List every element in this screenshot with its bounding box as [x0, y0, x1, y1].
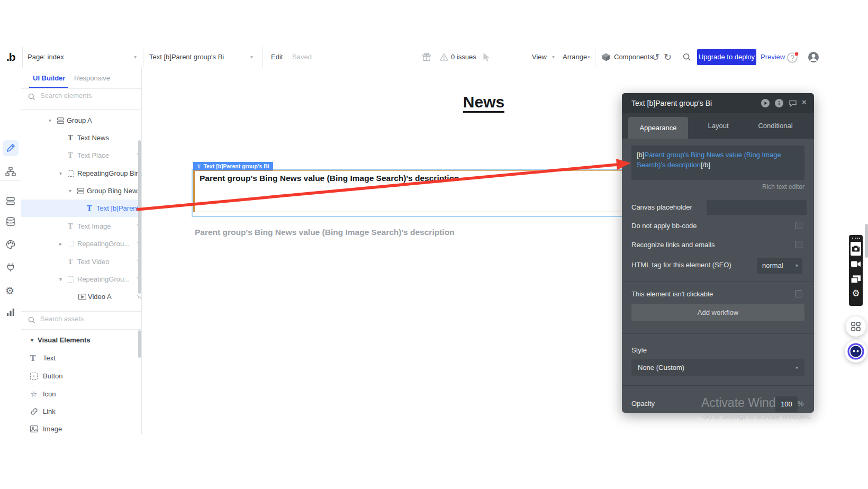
gift-icon[interactable] — [422, 52, 431, 62]
tab-conditional[interactable]: Conditional — [746, 113, 804, 139]
screenshot-tool-tile[interactable] — [851, 242, 861, 256]
close-icon[interactable]: × — [802, 97, 810, 106]
palette-item-link[interactable]: Link — [21, 403, 141, 420]
arrange-menu[interactable]: Arrange — [563, 47, 587, 68]
divider — [595, 47, 595, 68]
assistant-chat-button[interactable] — [845, 340, 867, 363]
components-button[interactable]: Components — [614, 47, 653, 68]
top-toolbar: .b Page: index ▾ Text [b]Parent group's … — [0, 47, 868, 68]
tree-item-repeatinggroup-collapsed[interactable]: ▸ RepeatingGrou... — [21, 235, 142, 252]
video-record-icon[interactable] — [851, 260, 861, 270]
assets-scrollbar[interactable] — [138, 330, 141, 358]
opacity-input[interactable] — [775, 396, 798, 412]
tree-item-repeatinggroup-video[interactable]: ▾ RepeatingGrou... — [21, 270, 142, 288]
tree-item-repeatinggroup-bing[interactable]: ▾ RepeatingGroup Bing ... — [21, 165, 142, 182]
style-dropdown[interactable]: None (Custom) ▾ — [631, 359, 804, 376]
search-icon[interactable] — [682, 52, 692, 62]
bb-code-checkbox[interactable] — [795, 222, 802, 229]
components-cube-icon[interactable] — [601, 52, 611, 62]
bubble-logo[interactable]: .b — [6, 47, 15, 68]
comment-icon[interactable] — [789, 99, 797, 107]
caret-right-icon[interactable]: ▸ — [59, 241, 68, 247]
chevron-down-icon[interactable]: ▾ — [552, 47, 555, 68]
cursor-tool-icon[interactable] — [482, 52, 491, 62]
caret-down-icon[interactable]: ▾ — [59, 276, 68, 282]
workflow-icon[interactable] — [5, 166, 16, 177]
page-selector[interactable]: Page: index — [28, 47, 64, 68]
plugins-icon[interactable] — [5, 262, 16, 273]
search-elements-input[interactable] — [39, 91, 137, 100]
divider — [21, 88, 141, 89]
page-scrollbar[interactable] — [865, 224, 868, 258]
tree-item-text-place[interactable]: T Text Place — [21, 147, 142, 164]
tree-item-text-image[interactable]: T Text Image — [21, 218, 142, 235]
database-icon[interactable] — [5, 216, 16, 227]
caret-down-icon[interactable]: ▾ — [49, 117, 57, 123]
text-element-icon: T — [197, 164, 201, 169]
canvas-placeholder-input[interactable] — [707, 200, 807, 215]
panel-header[interactable]: Text [b]Parent group's Bi × — [622, 93, 814, 113]
logs-chart-icon[interactable] — [5, 307, 16, 318]
element-selector[interactable]: Text [b]Parent group's Bi — [149, 47, 224, 68]
edit-menu[interactable]: Edit — [271, 47, 283, 68]
tree-item-video-a[interactable]: Video A — [21, 288, 142, 305]
visual-elements-header[interactable]: ▾ Visual Elements — [21, 331, 141, 349]
info-icon[interactable] — [775, 99, 783, 107]
caret-down-icon[interactable]: ▾ — [31, 337, 33, 343]
settings-gear-icon[interactable]: ⚙ — [5, 286, 16, 296]
html-tag-dropdown[interactable]: normal ▾ — [757, 258, 802, 274]
tab-ui-builder[interactable]: UI Builder — [33, 74, 65, 82]
chevron-down-icon[interactable]: ▾ — [134, 47, 137, 68]
toolbar-dots-icon[interactable] — [852, 237, 860, 240]
run-play-icon[interactable] — [761, 99, 770, 107]
selected-element-badge[interactable]: TText [b]Parent group's Bi — [193, 162, 273, 170]
styles-palette-icon[interactable] — [5, 239, 16, 250]
tree-item-text-news[interactable]: T Text News — [21, 129, 142, 147]
extensions-grid-button[interactable] — [846, 316, 866, 337]
recognize-links-checkbox[interactable] — [795, 241, 802, 248]
capture-settings-gear-icon[interactable]: ⚙ — [851, 289, 861, 298]
camera-icon — [852, 245, 860, 252]
caret-down-icon[interactable]: ▾ — [59, 170, 68, 176]
chevron-down-icon[interactable]: ▾ — [250, 47, 253, 68]
text-element-icon: T — [68, 258, 77, 266]
windows-capture-icon[interactable] — [851, 275, 861, 285]
tree-scrollbar[interactable] — [138, 140, 141, 294]
undo-icon[interactable]: ↺ — [652, 47, 659, 68]
design-groups-icon[interactable] — [5, 196, 16, 206]
caret-down-icon[interactable]: ▾ — [69, 188, 77, 194]
html-tag-label: HTML tag for this element (SEO) — [631, 261, 731, 269]
group-icon — [57, 117, 67, 124]
view-menu[interactable]: View — [532, 47, 547, 68]
hidden-eye-icon[interactable] — [137, 294, 142, 300]
tab-layout[interactable]: Layout — [689, 113, 747, 139]
tab-appearance[interactable]: Appearance — [628, 117, 688, 139]
tree-item-group-bing-news[interactable]: ▾ Group Bing News v... — [21, 182, 142, 200]
screen-capture-toolbar: ⚙ — [849, 235, 863, 306]
divider — [622, 333, 814, 334]
pencil-icon[interactable] — [5, 143, 16, 153]
palette-item-text[interactable]: T Text — [21, 349, 141, 367]
tab-responsive[interactable]: Responsive — [74, 74, 110, 82]
rich-text-editor-field[interactable]: [b]Parent group's Bing News value (Bing … — [631, 146, 804, 180]
not-clickable-checkbox[interactable] — [795, 290, 802, 297]
divider — [622, 282, 814, 282]
add-workflow-button[interactable]: Add workflow — [631, 304, 804, 321]
avatar[interactable] — [808, 51, 819, 63]
rich-text-editor-link[interactable]: Rich text editor — [762, 183, 804, 191]
saved-status: Saved — [292, 47, 312, 68]
issues-counter[interactable]: 0 issues — [451, 47, 476, 68]
tree-item-text-parent-group-selected[interactable]: T Text [b]Parent gr... — [21, 200, 142, 217]
tree-item-group-a[interactable]: ▾ Group A — [21, 112, 142, 129]
text-element-icon: T — [68, 151, 77, 159]
palette-item-button[interactable]: + Button — [21, 367, 141, 385]
preview-button[interactable]: Preview — [761, 47, 785, 68]
palette-item-image[interactable]: Image — [21, 420, 141, 434]
palette-item-icon[interactable]: ☆ Icon — [21, 385, 141, 403]
tree-item-text-video[interactable]: T Text Video — [21, 253, 142, 270]
redo-icon[interactable]: ↻ — [664, 47, 672, 68]
chevron-down-icon[interactable]: ▾ — [587, 47, 590, 68]
upgrade-to-deploy-button[interactable]: Upgrade to deploy — [697, 49, 756, 65]
help-icon[interactable] — [786, 51, 799, 64]
search-assets-input[interactable] — [39, 314, 137, 323]
